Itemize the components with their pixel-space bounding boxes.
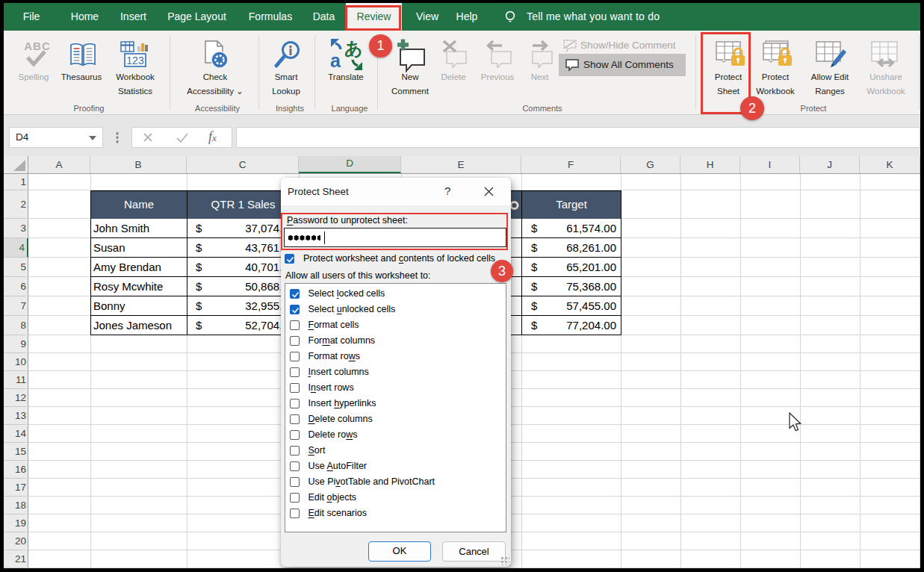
svg-text:123: 123: [126, 55, 144, 66]
svg-text:あ: あ: [344, 38, 363, 58]
svg-text:a: a: [330, 50, 341, 71]
